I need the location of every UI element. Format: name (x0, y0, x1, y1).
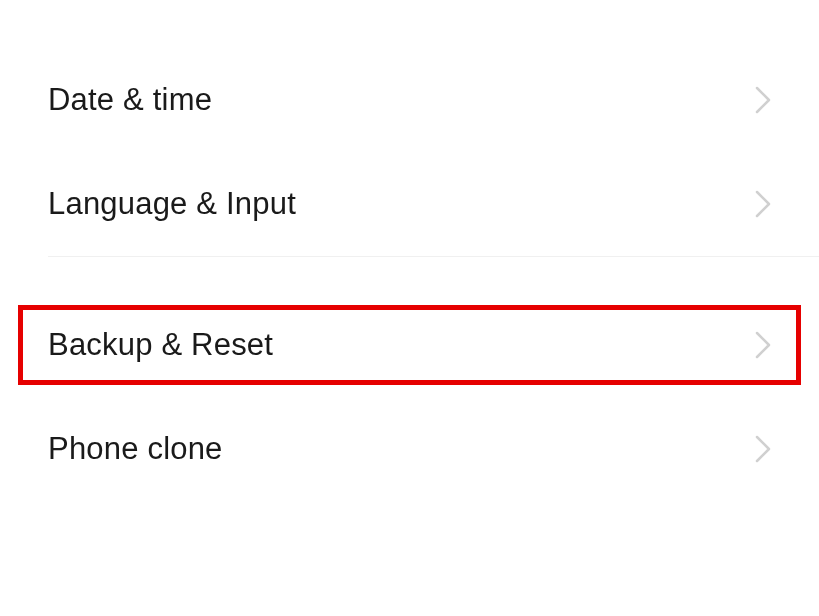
settings-item-language-input[interactable]: Language & Input (0, 152, 819, 256)
settings-item-backup-reset[interactable]: Backup & Reset (0, 293, 819, 397)
settings-list: Date & time Language & Input Backup & Re… (0, 0, 819, 501)
chevron-right-icon (755, 331, 771, 359)
chevron-right-icon (755, 86, 771, 114)
settings-item-label: Phone clone (48, 431, 223, 467)
settings-item-phone-clone[interactable]: Phone clone (0, 397, 819, 501)
chevron-right-icon (755, 435, 771, 463)
settings-item-label: Date & time (48, 82, 212, 118)
settings-item-label: Backup & Reset (48, 327, 273, 363)
settings-item-label: Language & Input (48, 186, 296, 222)
chevron-right-icon (755, 190, 771, 218)
settings-item-date-time[interactable]: Date & time (0, 48, 819, 152)
section-gap (0, 257, 819, 293)
